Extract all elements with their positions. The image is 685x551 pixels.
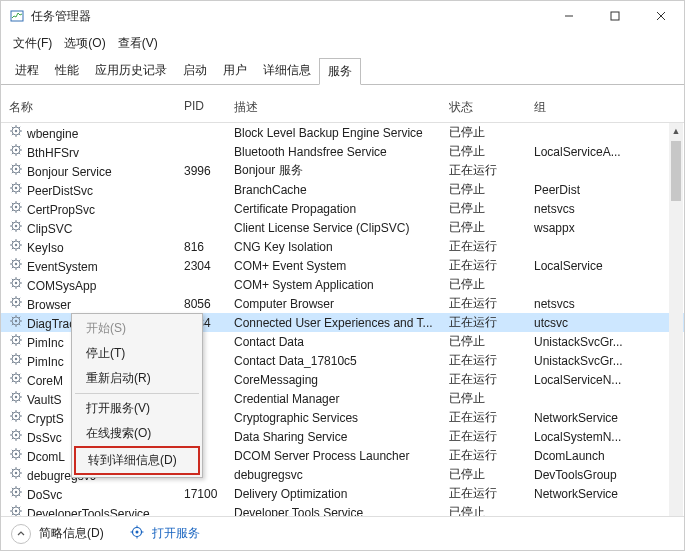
service-status: 正在运行: [449, 238, 534, 255]
service-status: 正在运行: [449, 371, 534, 388]
table-row[interactable]: COMSysAppCOM+ System Application已停止: [1, 275, 684, 294]
table-row[interactable]: wbengineBlock Level Backup Engine Servic…: [1, 123, 684, 142]
ctx-stop[interactable]: 停止(T): [74, 341, 200, 366]
service-name: BthHFSrv: [27, 146, 79, 160]
svg-point-206: [15, 510, 17, 512]
tab-services[interactable]: 服务: [319, 58, 361, 85]
svg-line-64: [19, 222, 20, 223]
fewer-details-label[interactable]: 简略信息(D): [39, 525, 104, 542]
svg-line-31: [12, 165, 13, 166]
table-row[interactable]: Bonjour Service3996Bonjour 服务正在运行: [1, 161, 684, 180]
svg-line-144: [19, 374, 20, 375]
maximize-button[interactable]: [592, 1, 638, 31]
tab-users[interactable]: 用户: [215, 58, 255, 85]
svg-point-146: [15, 396, 17, 398]
svg-line-22: [19, 153, 20, 154]
svg-line-152: [19, 400, 20, 401]
tab-details[interactable]: 详细信息: [255, 58, 319, 85]
svg-point-6: [15, 130, 17, 132]
ctx-search-online[interactable]: 在线搜索(O): [74, 421, 200, 446]
window-title: 任务管理器: [31, 8, 91, 25]
col-header-status[interactable]: 状态: [449, 99, 534, 116]
service-status: 正在运行: [449, 295, 534, 312]
service-gear-icon: [9, 143, 23, 157]
service-gear-icon: [9, 181, 23, 195]
table-row[interactable]: CertPropSvcCertificate Propagation已停止net…: [1, 199, 684, 218]
table-row[interactable]: PeerDistSvcBranchCache已停止PeerDist: [1, 180, 684, 199]
svg-line-34: [19, 165, 20, 166]
svg-line-11: [12, 127, 13, 128]
service-desc: Certificate Propagation: [234, 202, 449, 216]
service-gear-icon: [9, 333, 23, 347]
service-status: 已停止: [449, 181, 534, 198]
table-row[interactable]: DoSvc17100Delivery Optimization正在运行Netwo…: [1, 484, 684, 503]
service-status: 已停止: [449, 276, 534, 293]
vertical-scrollbar[interactable]: ▲ ▼: [669, 123, 683, 516]
table-row[interactable]: DeveloperToolsServiceDeveloper Tools Ser…: [1, 503, 684, 516]
svg-line-44: [19, 184, 20, 185]
service-gear-icon: [9, 466, 23, 480]
tab-processes[interactable]: 进程: [7, 58, 47, 85]
svg-line-171: [12, 431, 13, 432]
svg-point-86: [15, 282, 17, 284]
services-link-icon: [130, 525, 144, 542]
svg-line-13: [12, 134, 13, 135]
svg-line-74: [19, 241, 20, 242]
col-header-desc[interactable]: 描述: [234, 99, 449, 116]
service-status: 正在运行: [449, 162, 534, 179]
svg-line-211: [12, 507, 13, 508]
svg-line-104: [19, 298, 20, 299]
svg-line-172: [19, 438, 20, 439]
table-row[interactable]: KeyIso816CNG Key Isolation正在运行: [1, 237, 684, 256]
svg-line-32: [19, 172, 20, 173]
service-status: 已停止: [449, 466, 534, 483]
service-gear-icon: [9, 504, 23, 516]
minimize-button[interactable]: [546, 1, 592, 31]
table-row[interactable]: Browser8056Computer Browser正在运行netsvcs: [1, 294, 684, 313]
table-row[interactable]: BthHFSrvBluetooth Handsfree Service已停止Lo…: [1, 142, 684, 161]
svg-point-166: [15, 434, 17, 436]
svg-line-213: [12, 514, 13, 515]
service-pid: 8056: [184, 297, 234, 311]
tab-app-history[interactable]: 应用历史记录: [87, 58, 175, 85]
menu-view[interactable]: 查看(V): [114, 33, 162, 54]
tab-performance[interactable]: 性能: [47, 58, 87, 85]
scroll-thumb[interactable]: [671, 141, 681, 201]
service-pid: 3996: [184, 164, 234, 178]
menu-options[interactable]: 选项(O): [60, 33, 109, 54]
service-gear-icon: [9, 371, 23, 385]
table-row[interactable]: ClipSVCClient License Service (ClipSVC)已…: [1, 218, 684, 237]
ctx-open-services[interactable]: 打开服务(V): [74, 396, 200, 421]
svg-line-62: [19, 229, 20, 230]
app-icon: [9, 8, 25, 24]
service-status: 正在运行: [449, 485, 534, 502]
table-row[interactable]: EventSystem2304COM+ Event System正在运行Loca…: [1, 256, 684, 275]
col-header-group[interactable]: 组: [534, 99, 684, 116]
col-header-pid[interactable]: PID: [184, 99, 234, 116]
service-name: PimInc: [27, 336, 64, 350]
svg-line-42: [19, 191, 20, 192]
service-name: KeyIso: [27, 241, 64, 255]
svg-point-116: [15, 339, 17, 341]
service-desc: Cryptographic Services: [234, 411, 449, 425]
service-status: 已停止: [449, 200, 534, 217]
service-gear-icon: [9, 428, 23, 442]
ctx-restart[interactable]: 重新启动(R): [74, 366, 200, 391]
menu-file[interactable]: 文件(F): [9, 33, 56, 54]
svg-line-212: [19, 514, 20, 515]
service-gear-icon: [9, 162, 23, 176]
close-button[interactable]: [638, 1, 684, 31]
col-header-name[interactable]: 名称: [9, 99, 184, 116]
svg-line-141: [12, 374, 13, 375]
svg-line-101: [12, 298, 13, 299]
service-name: DoSvc: [27, 488, 62, 502]
svg-line-52: [19, 210, 20, 211]
open-services-link[interactable]: 打开服务: [152, 525, 200, 542]
service-name: wbengine: [27, 127, 78, 141]
ctx-goto-details[interactable]: 转到详细信息(D): [74, 446, 200, 475]
fewer-details-toggle[interactable]: [11, 524, 31, 544]
tab-startup[interactable]: 启动: [175, 58, 215, 85]
scroll-up-arrow[interactable]: ▲: [669, 123, 683, 139]
svg-line-204: [19, 488, 20, 489]
svg-line-174: [19, 431, 20, 432]
